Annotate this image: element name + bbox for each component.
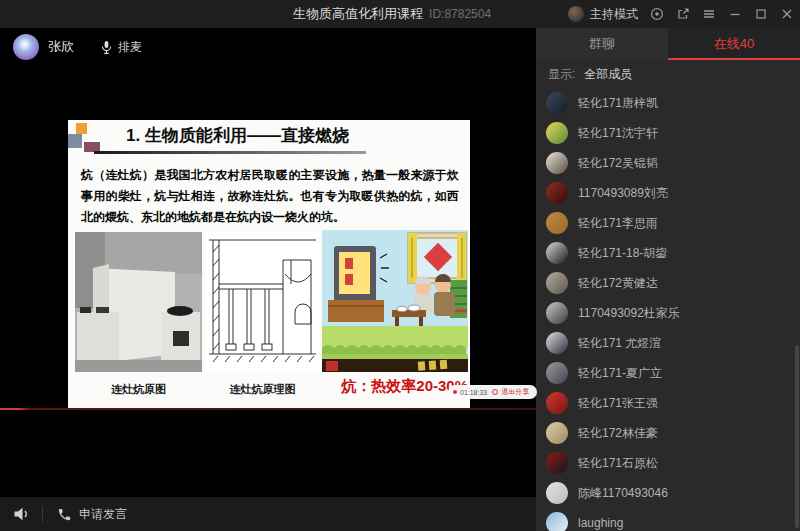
member-row[interactable]: laughing (536, 508, 800, 531)
member-row[interactable]: 轻化171-夏广立 (536, 358, 800, 388)
member-avatar (546, 452, 568, 474)
member-filter-row: 显示: 全部成员 (548, 60, 632, 88)
host-avatar (568, 6, 584, 22)
queue-mic-label: 排麦 (118, 39, 142, 56)
tab-online-members[interactable]: 在线40 (668, 28, 800, 60)
caption-kang-photo: 连灶炕原图 (75, 382, 202, 397)
menu-icon[interactable] (701, 7, 716, 22)
titlebar-controls: 主持模式 (568, 0, 794, 28)
member-avatar (546, 512, 568, 531)
share-timer: 01:18:33 (460, 389, 487, 396)
titlebar-center: 生物质高值化利用课程 ID:8782504 (293, 0, 491, 28)
member-name: 轻化172林佳豪 (578, 425, 658, 442)
member-avatar (546, 482, 568, 504)
member-avatar (546, 302, 568, 324)
host-mode-label: 主持模式 (590, 6, 638, 23)
sidebar: 群聊 在线40 显示: 全部成员 轻化171唐梓凯轻化171沈宇轩轻化172吴锟… (536, 28, 800, 531)
member-name: 1170493089刘亮 (578, 185, 668, 202)
maximize-icon[interactable] (753, 7, 768, 22)
member-name: 轻化172吴锟韬 (578, 155, 658, 172)
slide-body-text: 炕（连灶炕）是我国北方农村居民取暖的主要设施，热量一般来源于炊事用的柴灶，炕与灶… (81, 165, 459, 228)
caption-kang-diagram: 连灶炕原理图 (205, 382, 320, 397)
member-avatar (546, 362, 568, 384)
bottom-bar: 申请发言 (0, 497, 536, 531)
member-row[interactable]: 轻化171沈宇轩 (536, 118, 800, 148)
course-id: ID:8782504 (429, 7, 491, 21)
member-avatar (546, 182, 568, 204)
member-avatar (546, 122, 568, 144)
course-title: 生物质高值化利用课程 (293, 5, 423, 23)
member-row[interactable]: 1170493089刘亮 (536, 178, 800, 208)
member-avatar (546, 332, 568, 354)
kang-cartoon-image (322, 230, 468, 372)
thermal-efficiency-note: 炕：热效率20-30% (310, 377, 468, 396)
kang-photo-image (75, 232, 202, 372)
video-area: 张欣 排麦 1. 生物质能利用——直接燃烧 炕（连灶炕）是我国北方农村居民取暖的… (0, 28, 536, 497)
tab-group-chat[interactable]: 群聊 (536, 28, 668, 60)
microphone-icon (100, 40, 113, 55)
scrollbar-thumb[interactable] (795, 345, 799, 528)
member-name: 轻化171-18-胡鋆 (578, 245, 667, 262)
app-window: 生物质高值化利用课程 ID:8782504 主持模式 (0, 0, 800, 531)
titlebar: 生物质高值化利用课程 ID:8782504 主持模式 (0, 0, 800, 28)
presenter-row: 张欣 排麦 (13, 34, 142, 60)
member-name: 轻化171沈宇轩 (578, 125, 658, 142)
member-name: 轻化171李思雨 (578, 215, 658, 232)
member-name: 1170493092杜家乐 (578, 305, 680, 322)
minimize-icon[interactable] (727, 7, 742, 22)
exit-share-icon (492, 389, 498, 395)
slide-title: 1. 生物质能利用——直接燃烧 (126, 124, 349, 147)
member-avatar (546, 212, 568, 234)
kang-principle-diagram (205, 232, 320, 372)
member-row[interactable]: 轻化172林佳豪 (536, 418, 800, 448)
member-row[interactable]: 轻化171唐梓凯 (536, 88, 800, 118)
record-icon[interactable] (649, 7, 664, 22)
queue-mic-button[interactable]: 排麦 (100, 39, 142, 56)
call-hand-icon (57, 507, 72, 522)
presenter-avatar (13, 34, 39, 60)
recording-dot-icon (453, 390, 457, 394)
member-name: 轻化171 尤煜渲 (578, 335, 661, 352)
filter-label: 显示: (548, 66, 575, 83)
member-avatar (546, 242, 568, 264)
member-name: 轻化171张王强 (578, 395, 658, 412)
request-speak-button[interactable]: 申请发言 (57, 506, 127, 523)
slide-decor-blue-square (68, 134, 82, 148)
member-row[interactable]: 1170493092杜家乐 (536, 298, 800, 328)
member-avatar (546, 272, 568, 294)
member-row[interactable]: 轻化171石原松 (536, 448, 800, 478)
member-row[interactable]: 轻化171李思雨 (536, 208, 800, 238)
member-name: 轻化172黄健达 (578, 275, 658, 292)
member-name: 轻化171石原松 (578, 455, 658, 472)
speaker-icon[interactable] (12, 504, 32, 524)
filter-dropdown[interactable]: 全部成员 (584, 66, 632, 83)
host-mode-control[interactable]: 主持模式 (568, 6, 638, 23)
member-avatar (546, 152, 568, 174)
shared-slide: 1. 生物质能利用——直接燃烧 炕（连灶炕）是我国北方农村居民取暖的主要设施，热… (68, 120, 470, 410)
member-name: 轻化171唐梓凯 (578, 95, 658, 112)
member-avatar (546, 92, 568, 114)
presenter-name: 张欣 (48, 38, 74, 56)
bottom-bar-divider (42, 506, 43, 522)
member-row[interactable]: 轻化171张王强 (536, 388, 800, 418)
member-row[interactable]: 轻化172黄健达 (536, 268, 800, 298)
member-avatar (546, 422, 568, 444)
sidebar-tabs: 群聊 在线40 (536, 28, 800, 60)
member-name: 陈峰1170493046 (578, 485, 668, 502)
popout-icon[interactable] (675, 7, 690, 22)
close-icon[interactable] (779, 7, 794, 22)
member-row[interactable]: 轻化171 尤煜渲 (536, 328, 800, 358)
member-row[interactable]: 轻化172吴锟韬 (536, 148, 800, 178)
slide-title-rule (94, 151, 366, 154)
member-list: 轻化171唐梓凯轻化171沈宇轩轻化172吴锟韬1170493089刘亮轻化17… (536, 88, 800, 531)
member-name: 轻化171-夏广立 (578, 365, 662, 382)
screen-share-border (0, 408, 536, 410)
slide-decor-orange-square (76, 123, 87, 134)
member-row[interactable]: 陈峰1170493046 (536, 478, 800, 508)
request-speak-label: 申请发言 (79, 506, 127, 523)
member-name: laughing (578, 516, 623, 530)
share-toolbar: 01:18:33 退出分享 (448, 385, 537, 399)
exit-share-button[interactable]: 退出分享 (501, 387, 529, 397)
member-avatar (546, 392, 568, 414)
member-row[interactable]: 轻化171-18-胡鋆 (536, 238, 800, 268)
